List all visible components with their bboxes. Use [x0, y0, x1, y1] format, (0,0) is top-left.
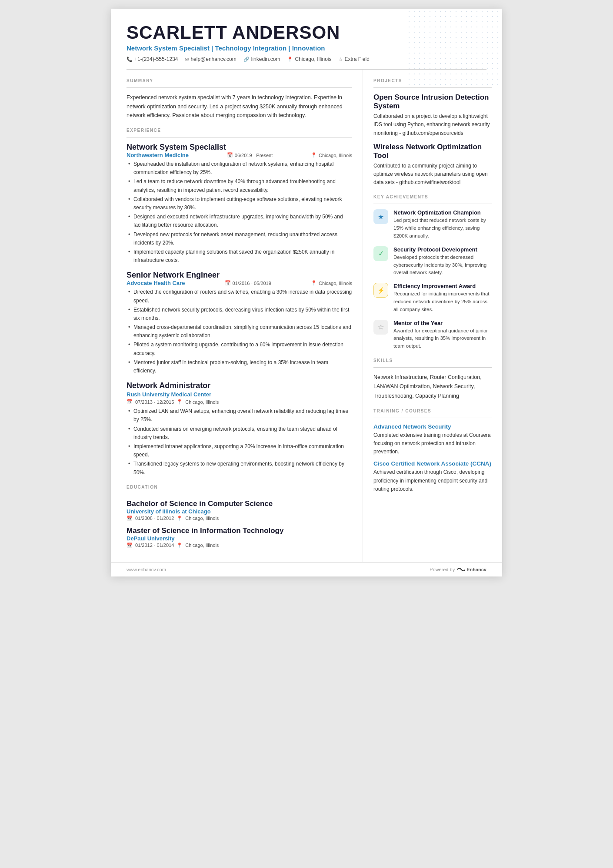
achievement-desc-3: Awarded for exceptional guidance of juni… [393, 327, 492, 350]
employer-2: Rush University Medical Center [127, 391, 211, 398]
skills-divider [373, 367, 492, 368]
training-divider [373, 418, 492, 418]
footer-website: www.enhancv.com [127, 567, 166, 572]
bullet-0-2: Collaborated with vendors to implement c… [127, 195, 352, 212]
bullet-1-1: Established network security protocols, … [127, 306, 352, 322]
training-block-0: Advanced Network Security Completed exte… [373, 423, 492, 456]
edu-cal-icon-1: 📅 [127, 543, 133, 548]
job-loc-0: 📍 Chicago, Illinois [311, 152, 352, 158]
summary-text: Experienced network system specialist wi… [127, 93, 352, 120]
achievement-desc-2: Recognized for initiating improvements t… [393, 290, 492, 313]
footer-bar: www.enhancv.com Powered by Enhancv [111, 562, 502, 576]
job-title-1: Senior Network Engineer [127, 271, 352, 280]
pin-icon-0: 📍 [311, 152, 317, 158]
job-block-1: Senior Network Engineer Advocate Health … [127, 271, 352, 375]
achievements-label: KEY ACHIEVEMENTS [373, 194, 492, 199]
left-column: SUMMARY Experienced network system speci… [111, 70, 363, 562]
job-date-0: 📅 06/2019 - Present [227, 152, 273, 158]
location-icon: 📍 [287, 57, 293, 62]
experience-divider [127, 137, 352, 137]
candidate-subtitle: Network System Specialist | Technology I… [127, 44, 486, 52]
bullet-0-4: Developed new protocols for network asse… [127, 231, 352, 247]
bullet-2-1: Conducted seminars on emerging network p… [127, 425, 352, 442]
edu-cal-icon-0: 📅 [127, 516, 133, 521]
achievement-icon-2: ⚡ [373, 283, 388, 298]
education-label: EDUCATION [127, 485, 352, 489]
project-block-1: Wireless Network Optimization Tool Contr… [373, 143, 492, 187]
right-column: PROJECTS Open Source Intrusion Detection… [363, 70, 502, 562]
projects-label: PROJECTS [373, 78, 492, 83]
candidate-name: SCARLETT ANDERSON [127, 23, 486, 43]
logo-svg [457, 567, 465, 572]
project-desc-1: Contributed to a community project aimin… [373, 162, 492, 187]
main-content: SUMMARY Experienced network system speci… [111, 70, 502, 562]
edu-school-0: University of Illinois at Chicago [127, 508, 352, 515]
bullet-2-2: Implemented intranet applications, suppo… [127, 442, 352, 459]
calendar-icon-0: 📅 [227, 152, 233, 158]
job-meta-1: Advocate Health Care 📅 01/2016 - 05/2019… [127, 280, 352, 286]
summary-label: SUMMARY [127, 78, 352, 83]
bullet-2-3: Transitioned legacy systems to new opera… [127, 460, 352, 476]
edu-pin-icon-1: 📍 [177, 543, 183, 548]
training-desc-1: Achieved certification through Cisco, de… [373, 468, 492, 493]
link-icon: 🔗 [243, 57, 250, 62]
website-item: 🔗 linkedin.com [243, 56, 280, 62]
summary-divider [127, 87, 352, 88]
footer-brand: Powered by Enhancv [430, 567, 486, 572]
location-text: Chicago, Illinois [295, 56, 331, 62]
job-block-0: Network System Specialist Northwestern M… [127, 143, 352, 265]
project-block-0: Open Source Intrusion Detection System C… [373, 93, 492, 137]
extra-text: Extra Field [345, 56, 370, 62]
job-bullets-2: Optimized LAN and WAN setups, enhancing … [127, 407, 352, 477]
bullet-2-0: Optimized LAN and WAN setups, enhancing … [127, 407, 352, 424]
achievement-title-2: Efficiency Improvement Award [393, 283, 492, 289]
enhancv-logo: Enhancv [457, 567, 486, 572]
training-title-0: Advanced Network Security [373, 423, 492, 430]
skills-label: SKILLS [373, 358, 492, 363]
pin-icon-2: 📍 [177, 399, 183, 405]
edu-degree-1: Master of Science in Information Technol… [127, 526, 352, 535]
edu-meta-1: 📅 01/2012 - 01/2014 📍 Chicago, Illinois [127, 543, 352, 548]
bullet-0-5: Implemented capacity planning solutions … [127, 248, 352, 265]
experience-label: EXPERIENCE [127, 128, 352, 133]
extra-item: ☆ Extra Field [339, 56, 370, 62]
training-desc-0: Completed extensive training modules at … [373, 431, 492, 456]
phone-item: 📞 +1-(234)-555-1234 [127, 56, 178, 62]
job-date-1: 📅 01/2016 - 05/2019 [225, 280, 271, 286]
job-loc-1: 📍 Chicago, Illinois [311, 280, 352, 286]
job-block-2: Network Administrator Rush University Me… [127, 381, 352, 477]
achievement-title-1: Security Protocol Development [393, 246, 492, 253]
email-item: ✉ help@enhancv.com [185, 56, 236, 62]
achievement-content-1: Security Protocol Development Developed … [393, 246, 492, 277]
edu-pin-icon-0: 📍 [177, 516, 183, 521]
header-section: SCARLETT ANDERSON Network System Special… [111, 9, 502, 69]
star-icon: ☆ [339, 57, 343, 62]
bullet-1-3: Piloted a system monitoring upgrade, con… [127, 341, 352, 357]
skills-text: Network Infrastructure, Router Configura… [373, 373, 492, 401]
location-item: 📍 Chicago, Illinois [287, 56, 331, 62]
project-title-0: Open Source Intrusion Detection System [373, 93, 492, 111]
employer-0: Northwestern Medicine [127, 152, 189, 158]
achievement-desc-0: Led project that reduced network costs b… [393, 217, 492, 240]
calendar-icon-2: 📅 [127, 399, 133, 405]
bullet-0-1: Led a team to reduce network downtime by… [127, 178, 352, 194]
job-bullets-1: Directed the configuration of routers an… [127, 288, 352, 375]
email-icon: ✉ [185, 57, 189, 62]
job-meta-2: 📅 07/2013 - 12/2015 📍 Chicago, Illinois [127, 399, 352, 405]
edu-meta-0: 📅 01/2008 - 01/2012 📍 Chicago, Illinois [127, 516, 352, 521]
pin-icon-1: 📍 [311, 280, 317, 286]
edu-block-1: Master of Science in Information Technol… [127, 526, 352, 548]
projects-divider [373, 87, 492, 88]
achievement-content-2: Efficiency Improvement Award Recognized … [393, 283, 492, 313]
training-block-1: Cisco Certified Network Associate (CCNA)… [373, 460, 492, 493]
brand-name: Enhancv [466, 567, 486, 572]
achievement-content-3: Mentor of the Year Awarded for exception… [393, 320, 492, 350]
calendar-icon-1: 📅 [225, 280, 231, 286]
achievement-block-2: ⚡ Efficiency Improvement Award Recognize… [373, 283, 492, 313]
project-title-1: Wireless Network Optimization Tool [373, 143, 492, 160]
achievement-icon-0: ★ [373, 209, 388, 224]
job-title-0: Network System Specialist [127, 143, 352, 152]
bullet-1-4: Mentored junior staff in technical probl… [127, 359, 352, 375]
achievements-divider [373, 204, 492, 204]
project-desc-0: Collaborated on a project to develop a l… [373, 112, 492, 137]
